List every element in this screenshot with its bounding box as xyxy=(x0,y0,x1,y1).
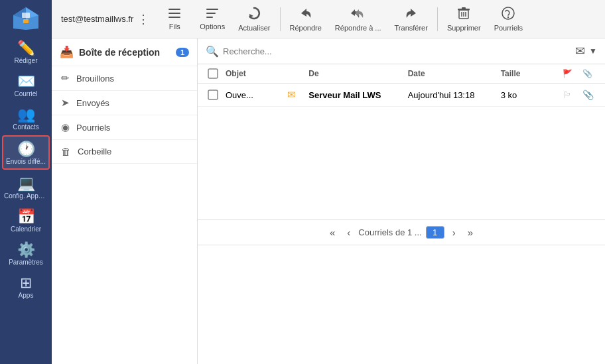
transferer-button[interactable]: Transférer xyxy=(389,3,433,34)
fils-icon xyxy=(167,7,182,21)
nav-item-brouillons-label: Brouillons xyxy=(76,74,114,84)
nav-item-brouillons[interactable]: ✏ Brouillons xyxy=(52,66,197,91)
col-flag: 🚩 xyxy=(560,69,580,78)
row-flag: 🏳 xyxy=(560,90,580,100)
svg-rect-14 xyxy=(462,7,466,9)
svg-rect-20 xyxy=(208,69,218,78)
clock-icon: 🕐 xyxy=(17,142,35,156)
svg-rect-5 xyxy=(168,9,180,10)
contacts-icon: 👥 xyxy=(17,107,35,122)
first-page-button[interactable]: « xyxy=(326,225,339,239)
row-attach: 📎 xyxy=(580,90,600,100)
row-date: Aujourd'hui 13:18 xyxy=(405,90,498,100)
apps-icon: ⊞ xyxy=(20,276,32,290)
nav-item-corbeille[interactable]: 🗑 Corbeille xyxy=(52,140,197,164)
reply-icon xyxy=(299,6,313,23)
spam-icon xyxy=(501,6,515,23)
col-checkbox xyxy=(203,68,223,79)
email-panel: 🔍 ✉ ▼ Objet De Date Taille 🚩 📎 xyxy=(198,38,605,364)
fils-label: Fils xyxy=(169,23,180,30)
nav-item-pourriels-label: Pourriels xyxy=(76,123,110,133)
repondre-button[interactable]: Répondre xyxy=(285,3,327,34)
svg-rect-10 xyxy=(206,17,213,18)
filter-button[interactable]: ✉ xyxy=(575,44,585,58)
courriel-icon: ✉️ xyxy=(17,74,35,89)
prev-page-button[interactable]: ‹ xyxy=(343,225,354,239)
sent-icon: ➤ xyxy=(61,97,70,109)
trash-icon: 🗑 xyxy=(61,146,71,157)
calendar-icon: 📅 xyxy=(17,210,35,224)
sidebar-item-calendrier[interactable]: 📅 Calendrier xyxy=(2,204,50,236)
row-email-icon: ✉ xyxy=(285,89,306,101)
devices-icon: 💻 xyxy=(17,176,35,191)
page-number-input[interactable] xyxy=(426,226,444,239)
col-attach: 📎 xyxy=(580,69,600,78)
reply-all-icon xyxy=(350,6,367,23)
body-area: 📥 Boîte de réception 1 ✏ Brouillons ➤ En… xyxy=(52,38,605,364)
nav-item-envoyes-label: Envoyés xyxy=(76,98,109,108)
pourriels-button[interactable]: Pourriels xyxy=(489,3,528,34)
supprimer-button[interactable]: Supprimer xyxy=(442,3,486,34)
nav-panel: 📥 Boîte de réception 1 ✏ Brouillons ➤ En… xyxy=(52,38,198,364)
header-email: test@testmaillws.fr xyxy=(61,14,133,24)
fils-button[interactable]: Fils xyxy=(157,5,192,33)
svg-rect-9 xyxy=(206,13,216,14)
more-options-button[interactable]: ⋮ xyxy=(137,13,149,25)
inbox-badge: 1 xyxy=(176,48,189,57)
svg-rect-3 xyxy=(22,13,30,18)
sidebar-item-parametres-label: Paramètres xyxy=(4,259,48,266)
sidebar-item-parametres[interactable]: ⚙️ Paramètres xyxy=(2,237,50,269)
table-row[interactable]: Ouve... ✉ Serveur Mail LWS Aujourd'hui 1… xyxy=(198,84,605,107)
transferer-label: Transférer xyxy=(395,24,428,32)
actualiser-button[interactable]: Actualiser xyxy=(233,3,275,34)
search-bar: 🔍 ✉ ▼ xyxy=(198,38,605,64)
filter-dropdown-button[interactable]: ▼ xyxy=(589,46,597,56)
inbox-icon: 📥 xyxy=(60,45,74,59)
app-logo xyxy=(10,5,42,32)
gear-icon: ⚙️ xyxy=(17,243,35,257)
svg-point-19 xyxy=(507,17,509,18)
sidebar-item-contacts[interactable]: 👥 Contacts xyxy=(2,102,50,134)
col-taille: Taille xyxy=(498,69,560,78)
nav-item-envoyes[interactable]: ➤ Envoyés xyxy=(52,91,197,115)
options-button[interactable]: Options xyxy=(194,5,230,33)
pourriels-label: Pourriels xyxy=(494,24,523,32)
sidebar-item-config-label: Config. Appareils xyxy=(4,192,48,200)
row-checkbox[interactable] xyxy=(203,90,223,100)
sidebar-item-config-appareils[interactable]: 💻 Config. Appareils xyxy=(2,171,50,203)
svg-rect-21 xyxy=(208,90,218,99)
sidebar-item-envois-diff[interactable]: 🕐 Envois diffé... xyxy=(2,135,50,170)
refresh-icon xyxy=(247,6,261,23)
svg-rect-6 xyxy=(168,13,180,14)
table-header: Objet De Date Taille 🚩 📎 xyxy=(198,64,605,84)
search-input[interactable] xyxy=(223,46,569,56)
sidebar-item-courriel[interactable]: ✉️ Courriel xyxy=(2,69,50,101)
sep2 xyxy=(437,7,438,31)
svg-rect-7 xyxy=(168,17,180,18)
repondre-a-button[interactable]: Répondre à ... xyxy=(330,3,387,34)
last-page-button[interactable]: » xyxy=(464,225,477,239)
forward-icon xyxy=(404,6,419,23)
rediger-icon: ✏️ xyxy=(17,41,35,56)
col-de: De xyxy=(306,69,405,78)
repondre-a-label: Répondre à ... xyxy=(335,24,381,32)
header: test@testmaillws.fr ⋮ Fils Options Actua… xyxy=(52,0,605,38)
row-objet: Ouve... xyxy=(223,90,285,100)
main-content: test@testmaillws.fr ⋮ Fils Options Actua… xyxy=(52,0,605,364)
nav-item-corbeille-label: Corbeille xyxy=(78,147,111,156)
sidebar: ✏️ Rédiger ✉️ Courriel 👥 Contacts 🕐 Envo… xyxy=(0,0,52,364)
svg-rect-8 xyxy=(206,9,218,10)
pagination-label: Courriels de 1 ... xyxy=(358,227,421,237)
sidebar-item-rediger[interactable]: ✏️ Rédiger xyxy=(2,36,50,68)
sidebar-item-apps-label: Apps xyxy=(4,292,48,299)
sep1 xyxy=(280,7,281,31)
delete-icon xyxy=(456,6,471,23)
sidebar-item-apps[interactable]: ⊞ Apps xyxy=(2,271,50,302)
sidebar-item-envois-label: Envois diffé... xyxy=(4,158,48,165)
nav-inbox[interactable]: 📥 Boîte de réception 1 xyxy=(52,38,197,66)
actualiser-label: Actualiser xyxy=(238,24,270,32)
options-icon xyxy=(205,7,220,21)
next-page-button[interactable]: › xyxy=(448,225,460,239)
nav-item-pourriels[interactable]: ◉ Pourriels xyxy=(52,115,197,140)
row-de: Serveur Mail LWS xyxy=(306,90,405,100)
